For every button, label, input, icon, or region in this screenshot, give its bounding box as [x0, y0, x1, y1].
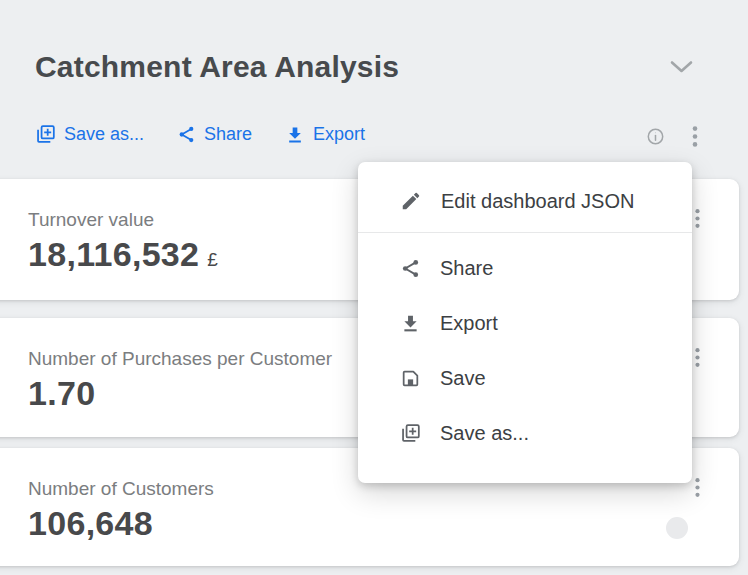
save-as-icon [400, 423, 421, 444]
toolbar: Save as... Share Export [35, 124, 365, 145]
menu-item-label: Edit dashboard JSON [441, 190, 634, 213]
save-as-button[interactable]: Save as... [35, 124, 144, 145]
menu-item-label: Save [440, 367, 486, 390]
share-icon [177, 125, 196, 144]
card-kebab-icon[interactable] [692, 348, 703, 367]
save-icon [400, 368, 421, 389]
menu-item-label: Export [440, 312, 498, 335]
context-menu: Edit dashboard JSON Share Export [358, 162, 692, 483]
export-icon [285, 125, 305, 145]
kebab-menu-icon[interactable] [689, 126, 701, 147]
export-label: Export [313, 124, 365, 145]
share-label: Share [204, 124, 252, 145]
menu-item-save[interactable]: Save [358, 351, 692, 406]
share-icon [400, 258, 421, 279]
export-icon [400, 313, 421, 334]
card-kebab-icon[interactable] [692, 209, 703, 228]
metric-value: 106,648 [28, 503, 153, 543]
metric-value: 1.70 [28, 373, 95, 413]
metric-unit: £ [207, 249, 218, 271]
page-title: Catchment Area Analysis [35, 50, 399, 84]
menu-item-share[interactable]: Share [358, 241, 692, 296]
save-as-label: Save as... [64, 124, 144, 145]
edit-icon [400, 190, 422, 212]
export-button[interactable]: Export [285, 124, 365, 145]
menu-item-label: Save as... [440, 422, 529, 445]
info-icon[interactable] [646, 127, 665, 146]
menu-item-label: Share [440, 257, 493, 280]
card-kebab-icon[interactable] [692, 478, 703, 497]
metric-value: 18,116,532 [28, 234, 199, 274]
save-as-icon [35, 124, 56, 145]
chevron-down-icon[interactable] [669, 60, 694, 78]
share-button[interactable]: Share [177, 124, 252, 145]
card-corner-circle [666, 517, 688, 539]
menu-item-save-as[interactable]: Save as... [358, 406, 692, 461]
dashboard: Catchment Area Analysis Save as... Sha [0, 0, 748, 575]
menu-item-edit-dashboard-json[interactable]: Edit dashboard JSON [358, 170, 692, 232]
menu-item-export[interactable]: Export [358, 296, 692, 351]
menu-divider [358, 232, 692, 233]
